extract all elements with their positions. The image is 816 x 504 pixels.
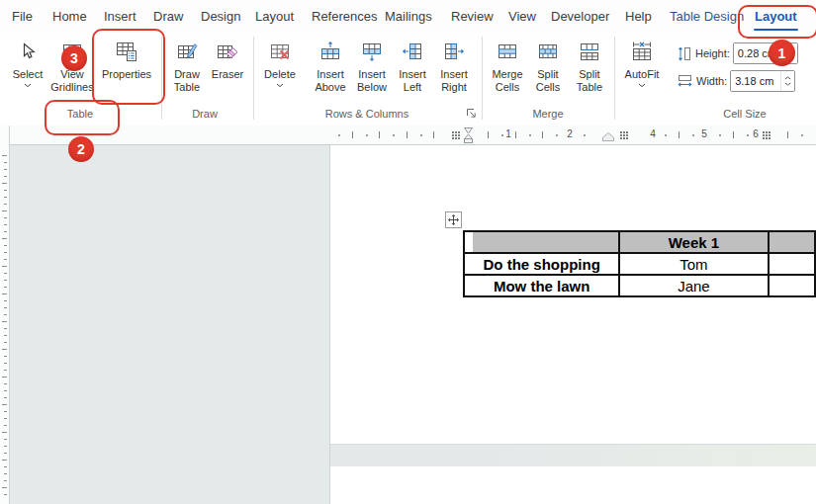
menu-tab-developer[interactable]: Developer [551,9,609,24]
properties-button[interactable]: Properties [97,36,156,81]
menu-tab-home[interactable]: Home [52,9,87,24]
move-cross-icon [448,214,459,225]
table-column-marker-icon[interactable] [762,130,771,140]
insert-right-button[interactable]: Insert Right [432,36,476,93]
table-row: Do the shopping Tom [464,253,815,275]
partial-cell[interactable] [769,253,815,275]
width-field [730,70,795,92]
header-cell-blank[interactable] [464,231,619,253]
menu-tab-help[interactable]: Help [625,9,652,24]
eraser-button[interactable]: Eraser [207,36,248,81]
annotation-step-2: 2 [68,136,94,162]
select-button[interactable]: Select [6,36,49,88]
partial-cell[interactable] [769,275,815,296]
draw-table-icon [176,36,198,66]
width-input[interactable] [731,71,780,91]
indent-markers-icon[interactable] [463,126,474,144]
split-table-icon [579,36,600,66]
insert-below-button[interactable]: Insert Below [351,36,393,93]
rows-columns-dialog-launcher[interactable] [465,107,478,120]
group-label-draw: Draw [162,108,247,120]
row-height-icon [677,45,692,62]
table-row: Mow the lawn Jane [464,275,815,296]
table-properties-icon [116,36,137,66]
menu-tab-table-design[interactable]: Table Design [670,9,744,24]
group-separator [253,37,254,120]
insert-right-icon [443,36,465,66]
page-gap [330,444,816,467]
merge-cells-icon [497,36,518,66]
eraser-icon [217,36,238,66]
menu-tab-table-layout[interactable]: Layout [755,9,797,24]
table-move-handle[interactable] [445,211,462,228]
person-cell[interactable]: Tom [619,253,768,275]
group-label-merge: Merge [487,108,609,120]
insert-left-icon [402,36,423,66]
width-spinner[interactable] [780,71,794,91]
group-separator [482,37,483,120]
menu-tab-file[interactable]: File [12,9,33,24]
menu-tab-view[interactable]: View [508,9,536,24]
vertical-ruler [0,126,10,504]
header-cell-week1[interactable]: Week 1 [619,231,768,253]
person-cell[interactable]: Jane [619,275,768,296]
header-cell-partial[interactable] [769,231,815,253]
annotation-step-3: 3 [61,45,87,71]
table-header-row: Week 1 [464,231,815,253]
word-window: File Home Insert Draw Design Layout Refe… [0,0,816,504]
insert-below-icon [361,36,383,66]
split-cells-icon [537,36,559,66]
group-separator [614,37,615,120]
select-menu-chevron-icon[interactable] [24,83,32,88]
chores-table: Week 1 Do the shopping Tom Mow the lawn … [463,230,816,297]
horizontal-ruler: 12456 [0,126,816,145]
group-label-rows-columns: Rows & Columns [259,108,475,120]
menu-tab-review[interactable]: Review [451,9,494,24]
insert-left-button[interactable]: Insert Left [393,36,432,93]
menu-tab-references[interactable]: References [312,9,377,24]
task-cell[interactable]: Mow the lawn [464,275,619,296]
insert-above-button[interactable]: Insert Above [309,36,352,93]
table-column-marker-icon[interactable] [619,130,629,140]
delete-button[interactable]: Delete [258,36,302,88]
merge-cells-button[interactable]: Merge Cells [486,36,529,93]
page-2 [330,466,816,504]
column-width-icon [677,73,693,89]
document-area: Week 1 Do the shopping Tom Mow the lawn … [0,145,816,504]
annotation-step-1: 1 [769,40,795,66]
page-1: Week 1 Do the shopping Tom Mow the lawn … [330,145,816,444]
menu-tab-layout[interactable]: Layout [255,9,294,24]
menu-bar: File Home Insert Draw Design Layout Refe… [0,0,816,33]
delete-menu-chevron-icon[interactable] [276,83,284,88]
menu-tab-mailings[interactable]: Mailings [385,9,432,24]
insert-above-icon [319,36,341,66]
tab-marker-icon[interactable] [601,131,615,142]
menu-tab-insert[interactable]: Insert [104,9,136,24]
menu-tab-draw[interactable]: Draw [153,9,183,24]
task-cell[interactable]: Do the shopping [464,253,619,275]
cell-width-row: Width: [677,70,795,92]
menu-tab-design[interactable]: Design [201,9,240,24]
delete-table-icon [269,36,291,66]
group-label-table: Table [8,108,152,120]
split-table-button[interactable]: Split Table [568,36,611,93]
split-cells-button[interactable]: Split Cells [527,36,569,93]
group-label-cell-size: Cell Size [653,108,816,120]
ribbon: Select View Gridlines [0,33,816,126]
autofit-icon [631,36,653,66]
autofit-menu-chevron-icon[interactable] [638,83,646,88]
table-column-marker-icon[interactable] [451,130,461,140]
select-icon [17,36,39,66]
draw-table-button[interactable]: Draw Table [165,36,209,93]
autofit-button[interactable]: AutoFit [619,36,665,88]
